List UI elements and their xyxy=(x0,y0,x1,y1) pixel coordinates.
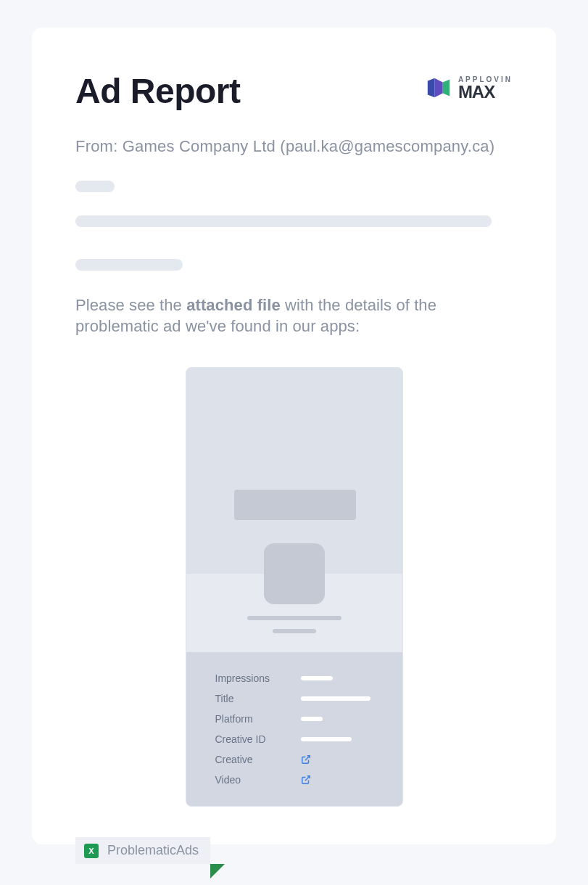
detail-row-title: Title xyxy=(215,688,373,709)
detail-label-creative-id: Creative ID xyxy=(215,733,301,745)
preview-mid-area xyxy=(186,574,402,652)
attachment-row: X ProblematicAds xyxy=(75,837,513,864)
svg-line-0 xyxy=(305,756,309,760)
detail-label-title: Title xyxy=(215,693,301,704)
detail-row-video: Video xyxy=(215,770,373,790)
ad-report-card: Ad Report APPLOVIN MAX From: Games Compa… xyxy=(32,28,556,844)
logo-brand-big: MAX xyxy=(458,83,513,101)
detail-value-skeleton xyxy=(301,737,352,741)
detail-value-skeleton xyxy=(301,676,333,680)
detail-row-creative: Creative xyxy=(215,749,373,770)
header-row: Ad Report APPLOVIN MAX xyxy=(75,71,513,111)
detail-label-video: Video xyxy=(215,774,301,786)
detail-row-creative-id: Creative ID xyxy=(215,729,373,749)
skeleton-medium xyxy=(75,259,183,271)
from-prefix: From: xyxy=(75,137,123,155)
ad-preview-card: Impressions Title Platform Creative ID C… xyxy=(186,367,403,807)
detail-label-platform: Platform xyxy=(215,713,301,725)
skeleton-short xyxy=(75,181,115,192)
external-link-icon[interactable] xyxy=(301,754,311,765)
preview-text-line-2 xyxy=(273,629,316,633)
skeleton-long xyxy=(75,215,492,227)
preview-app-icon-placeholder xyxy=(264,543,325,604)
excel-file-icon: X xyxy=(84,844,99,858)
external-link-icon[interactable] xyxy=(301,775,311,785)
body-message: Please see the attached file with the de… xyxy=(75,295,513,337)
from-line: From: Games Company Ltd (paul.ka@gamesco… xyxy=(75,137,513,156)
applovin-logomark-icon xyxy=(425,74,452,102)
from-company: Games Company Ltd xyxy=(123,137,281,155)
detail-value-skeleton xyxy=(301,717,323,721)
ad-details-panel: Impressions Title Platform Creative ID C… xyxy=(186,652,402,806)
detail-label-creative: Creative xyxy=(215,754,301,765)
logo-text-block: APPLOVIN MAX xyxy=(458,75,513,101)
attachment-filename: ProblematicAds xyxy=(107,843,199,858)
preview-placeholder-rect xyxy=(234,490,356,520)
detail-value-skeleton xyxy=(301,696,370,701)
page-title: Ad Report xyxy=(75,71,240,111)
detail-label-impressions: Impressions xyxy=(215,672,301,684)
svg-line-1 xyxy=(305,776,309,781)
detail-row-impressions: Impressions xyxy=(215,668,373,688)
body-bold: attached file xyxy=(186,296,281,314)
preview-text-line xyxy=(247,616,341,620)
detail-row-platform: Platform xyxy=(215,709,373,729)
attachment-fold-decoration xyxy=(210,864,225,878)
applovin-max-logo: APPLOVIN MAX xyxy=(425,71,513,102)
body-pre: Please see the xyxy=(75,296,186,314)
attachment-chip[interactable]: X ProblematicAds xyxy=(75,837,210,864)
from-email: (paul.ka@gamescompany.ca) xyxy=(280,137,494,155)
